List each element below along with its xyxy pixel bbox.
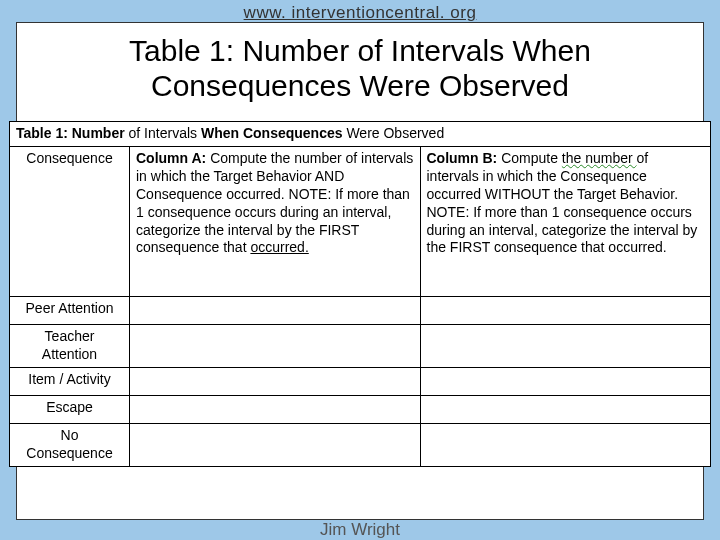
cell-teacher-a	[130, 324, 421, 367]
row-none: No Consequence	[10, 423, 711, 466]
caption-bold-2: When Consequences	[201, 125, 346, 141]
footer-author: Jim Wright	[0, 520, 720, 540]
cell-none-b	[420, 423, 711, 466]
row-label-teacher: Teacher Attention	[10, 324, 130, 367]
row-teacher: Teacher Attention	[10, 324, 711, 367]
row-peer: Peer Attention	[10, 296, 711, 324]
table-caption-row: Table 1: Number of Intervals When Conseq…	[10, 122, 711, 147]
row-label-escape: Escape	[10, 395, 130, 423]
row-item: Item / Activity	[10, 367, 711, 395]
cell-none-a	[130, 423, 421, 466]
table-caption: Table 1: Number of Intervals When Conseq…	[10, 122, 711, 147]
row-escape: Escape	[10, 395, 711, 423]
slide-background: www. interventioncentral. org Table 1: N…	[0, 0, 720, 540]
row-label-consequence: Consequence	[10, 146, 130, 296]
caption-part-3: Were Observed	[346, 125, 444, 141]
slide-title: Table 1: Number of Intervals When Conseq…	[17, 23, 703, 112]
column-a-description: Column A: Compute the number of interval…	[130, 146, 421, 296]
caption-part-2: of Intervals	[129, 125, 201, 141]
table-wrap: Table 1: Number of Intervals When Conseq…	[9, 121, 711, 467]
col-a-label: Column A:	[136, 150, 206, 166]
column-b-description: Column B: Compute the number of interval…	[420, 146, 711, 296]
description-row: Consequence Column A: Compute the number…	[10, 146, 711, 296]
row-label-item: Item / Activity	[10, 367, 130, 395]
cell-escape-b	[420, 395, 711, 423]
cell-item-a	[130, 367, 421, 395]
content-box: Table 1: Number of Intervals When Conseq…	[16, 22, 704, 520]
header-url: www. interventioncentral. org	[0, 3, 720, 23]
col-b-label: Column B:	[427, 150, 498, 166]
cell-peer-b	[420, 296, 711, 324]
cell-teacher-b	[420, 324, 711, 367]
cell-item-b	[420, 367, 711, 395]
caption-bold-1: Table 1: Number	[16, 125, 129, 141]
intervals-table: Table 1: Number of Intervals When Conseq…	[9, 121, 711, 467]
cell-peer-a	[130, 296, 421, 324]
row-label-none: No Consequence	[10, 423, 130, 466]
cell-escape-a	[130, 395, 421, 423]
row-label-peer: Peer Attention	[10, 296, 130, 324]
